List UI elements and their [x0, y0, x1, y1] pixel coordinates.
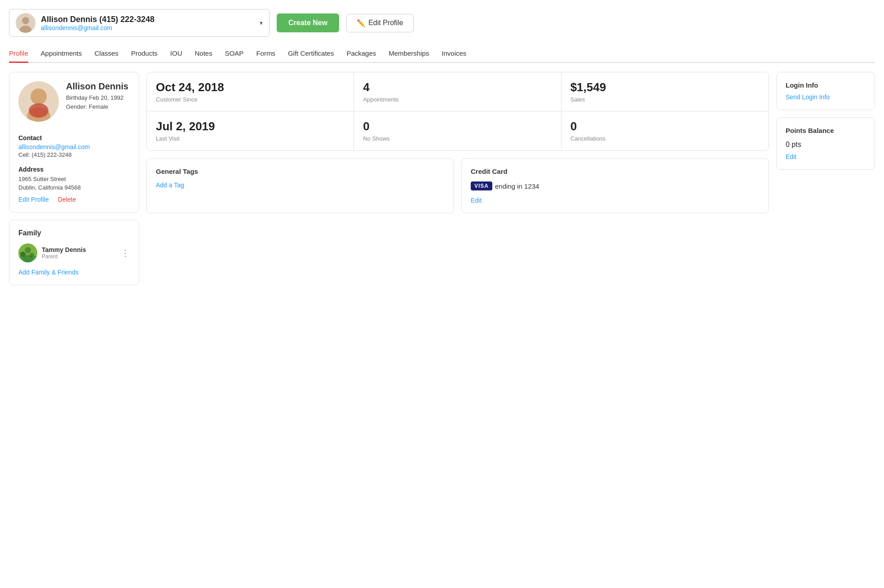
tab-soap[interactable]: SOAP — [225, 46, 244, 63]
stat-sales-value: $1,549 — [570, 80, 760, 94]
credit-card-title: Credit Card — [471, 168, 760, 175]
add-family-friends-button[interactable]: Add Family & Friends — [18, 269, 130, 276]
profile-text-block: Allison Dennis Birthday Feb 20, 1992 Gen… — [66, 81, 128, 111]
stat-last-visit-label: Last Visit — [156, 135, 345, 142]
family-title: Family — [18, 229, 130, 237]
login-info-card: Login Info Send Login Info — [776, 72, 875, 110]
profile-card: Allison Dennis Birthday Feb 20, 1992 Gen… — [9, 72, 139, 212]
stat-sales: $1,549 Sales — [561, 72, 769, 111]
visa-badge: VISA — [471, 181, 492, 190]
credit-card-edit-button[interactable]: Edit — [471, 197, 760, 204]
bottom-row: General Tags Add a Tag Credit Card VISA … — [146, 158, 769, 213]
profile-gender: Gender: Female — [66, 102, 128, 111]
family-member-role: Parent — [42, 253, 116, 260]
edit-icon: ✏️ — [357, 19, 366, 27]
tags-title: General Tags — [156, 168, 445, 175]
main-grid: Allison Dennis Birthday Feb 20, 1992 Gen… — [9, 72, 875, 285]
svg-point-6 — [29, 103, 49, 118]
stats-card: Oct 24, 2018 Customer Since 4 Appointmen… — [146, 72, 769, 151]
header: Allison Dennis (415) 222-3248 allisonden… — [9, 9, 875, 37]
tags-card: General Tags Add a Tag — [146, 158, 454, 213]
family-member-row: Tammy Dennis Parent ⋮ — [18, 243, 130, 262]
family-card: Family Tammy De — [9, 220, 139, 285]
tab-gift-certificates[interactable]: Gift Certificates — [288, 46, 334, 63]
dropdown-icon[interactable]: ▾ — [260, 19, 263, 27]
search-bar-email: allisondennis@gmail.com — [41, 24, 254, 31]
tab-classes[interactable]: Classes — [94, 46, 118, 63]
stat-appointments-value: 4 — [363, 80, 552, 94]
send-login-info-button[interactable]: Send Login Info — [786, 93, 866, 101]
stat-cancellations: 0 Cancellations — [561, 111, 769, 150]
profile-birthday: Birthday Feb 20, 1992 — [66, 93, 128, 102]
tab-profile[interactable]: Profile — [9, 46, 28, 63]
tab-invoices[interactable]: Invoices — [442, 46, 466, 63]
stat-appointments: 4 Appointments — [354, 72, 561, 111]
stat-sales-label: Sales — [570, 96, 760, 103]
svg-point-12 — [30, 253, 34, 257]
address-title: Address — [18, 166, 44, 173]
stat-customer-since-value: Oct 24, 2018 — [156, 80, 345, 94]
stat-cancellations-value: 0 — [570, 119, 760, 133]
edit-profile-header-button[interactable]: ✏️ Edit Profile — [346, 14, 413, 32]
profile-address-line2: Dublin, California 94568 — [18, 183, 81, 192]
family-member-info: Tammy Dennis Parent — [42, 246, 116, 260]
stat-cancellations-label: Cancellations — [570, 135, 760, 142]
credit-card-number-row: VISA ending in 1234 — [471, 181, 760, 190]
stat-no-shows-label: No Shows — [363, 135, 552, 142]
credit-card-ending: ending in 1234 — [495, 182, 539, 190]
tab-products[interactable]: Products — [131, 46, 158, 63]
stat-no-shows-value: 0 — [363, 119, 552, 133]
tab-forms[interactable]: Forms — [256, 46, 275, 63]
contact-title: Contact — [18, 134, 42, 141]
family-member-name: Tammy Dennis — [42, 246, 116, 253]
svg-point-8 — [25, 247, 31, 253]
tab-iou[interactable]: IOU — [170, 46, 182, 63]
delete-button[interactable]: Delete — [58, 196, 76, 203]
create-new-button[interactable]: Create New — [277, 13, 339, 32]
profile-name: Allison Dennis — [66, 81, 128, 92]
nav-tabs: Profile Appointments Classes Products IO… — [9, 46, 875, 63]
stat-last-visit-value: Jul 2, 2019 — [156, 119, 345, 133]
points-card: Points Balance 0 pts Edit — [776, 117, 875, 170]
stat-appointments-label: Appointments — [363, 96, 552, 103]
center-column: Oct 24, 2018 Customer Since 4 Appointmen… — [146, 72, 769, 285]
search-bar-info: Allison Dennis (415) 222-3248 allisonden… — [41, 15, 254, 31]
search-bar-name: Allison Dennis (415) 222-3248 — [41, 15, 254, 24]
tab-notes[interactable]: Notes — [195, 46, 212, 63]
search-bar[interactable]: Allison Dennis (415) 222-3248 allisonden… — [9, 9, 270, 37]
stat-customer-since-label: Customer Since — [156, 96, 345, 103]
edit-profile-button[interactable]: Edit Profile — [18, 196, 49, 203]
points-title: Points Balance — [786, 127, 866, 134]
profile-actions: Edit Profile Delete — [18, 196, 76, 203]
tab-appointments[interactable]: Appointments — [41, 46, 82, 63]
stats-grid: Oct 24, 2018 Customer Since 4 Appointmen… — [147, 72, 769, 150]
svg-point-11 — [20, 252, 26, 257]
profile-email[interactable]: allisondennis@gmail.com — [18, 143, 90, 150]
profile-card-top: Allison Dennis Birthday Feb 20, 1992 Gen… — [18, 81, 128, 122]
svg-point-4 — [31, 88, 47, 105]
family-member-avatar — [18, 243, 37, 262]
profile-cell: Cell: (415) 222-3248 — [18, 150, 72, 159]
credit-card-card: Credit Card VISA ending in 1234 Edit — [461, 158, 769, 213]
profile-avatar — [18, 81, 59, 122]
stat-last-visit: Jul 2, 2019 Last Visit — [147, 111, 354, 150]
stat-customer-since: Oct 24, 2018 Customer Since — [147, 72, 354, 111]
profile-address-line1: 1965 Sutter Street — [18, 175, 66, 184]
stat-no-shows: 0 No Shows — [354, 111, 561, 150]
tab-packages[interactable]: Packages — [346, 46, 376, 63]
tab-memberships[interactable]: Memberships — [389, 46, 429, 63]
right-column: Login Info Send Login Info Points Balanc… — [776, 72, 875, 285]
login-info-title: Login Info — [786, 81, 866, 89]
left-column: Allison Dennis Birthday Feb 20, 1992 Gen… — [9, 72, 139, 285]
add-tag-button[interactable]: Add a Tag — [156, 181, 445, 189]
header-avatar — [16, 13, 35, 33]
family-member-menu-button[interactable]: ⋮ — [121, 248, 130, 258]
points-edit-button[interactable]: Edit — [786, 153, 866, 160]
svg-rect-10 — [18, 256, 37, 262]
points-value: 0 pts — [786, 141, 866, 149]
svg-point-1 — [22, 17, 29, 24]
